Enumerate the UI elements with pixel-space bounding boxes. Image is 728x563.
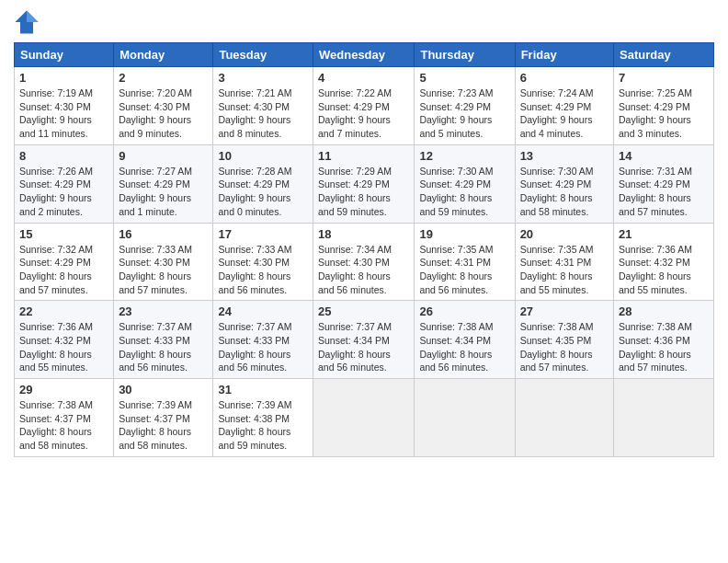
day-number: 3 [218,71,308,85]
day-info: Sunrise: 7:38 AMSunset: 4:34 PMDaylight:… [419,320,509,374]
day-info: Sunrise: 7:29 AMSunset: 4:29 PMDaylight:… [318,165,409,219]
day-number: 14 [619,149,709,163]
day-number: 23 [119,304,208,318]
calendar-day-cell: 24Sunrise: 7:37 AMSunset: 4:33 PMDayligh… [213,301,313,379]
calendar-body: 1Sunrise: 7:19 AMSunset: 4:30 PMDaylight… [15,67,714,457]
day-number: 1 [19,71,108,85]
calendar-day-cell: 21Sunrise: 7:36 AMSunset: 4:32 PMDayligh… [614,223,714,301]
calendar-day-cell: 12Sunrise: 7:30 AMSunset: 4:29 PMDayligh… [415,144,515,223]
calendar-week-row: 8Sunrise: 7:26 AMSunset: 4:29 PMDaylight… [15,144,714,223]
day-number: 5 [419,71,509,85]
dow-header: Sunday [15,43,114,67]
day-number: 12 [419,149,509,163]
day-number: 7 [619,71,709,85]
dow-header: Friday [515,43,613,67]
day-info: Sunrise: 7:37 AMSunset: 4:33 PMDaylight:… [119,320,208,374]
day-number: 29 [19,383,108,396]
day-info: Sunrise: 7:28 AMSunset: 4:29 PMDaylight:… [218,165,308,219]
calendar-week-row: 1Sunrise: 7:19 AMSunset: 4:30 PMDaylight… [15,67,714,145]
day-number: 20 [520,227,609,241]
day-info: Sunrise: 7:33 AMSunset: 4:30 PMDaylight:… [218,243,308,297]
day-info: Sunrise: 7:39 AMSunset: 4:38 PMDaylight:… [218,398,308,453]
calendar-day-cell: 31Sunrise: 7:39 AMSunset: 4:38 PMDayligh… [213,379,313,457]
day-number: 10 [218,149,308,163]
page-header [14,9,714,35]
calendar-week-row: 22Sunrise: 7:36 AMSunset: 4:32 PMDayligh… [15,301,714,379]
day-info: Sunrise: 7:38 AMSunset: 4:35 PMDaylight:… [520,320,609,374]
calendar-day-cell: 19Sunrise: 7:35 AMSunset: 4:31 PMDayligh… [415,223,515,301]
dow-header: Wednesday [313,43,415,67]
day-info: Sunrise: 7:38 AMSunset: 4:37 PMDaylight:… [19,398,108,453]
day-info: Sunrise: 7:26 AMSunset: 4:29 PMDaylight:… [19,165,108,219]
day-info: Sunrise: 7:30 AMSunset: 4:29 PMDaylight:… [419,165,509,219]
calendar-day-cell: 7Sunrise: 7:25 AMSunset: 4:29 PMDaylight… [614,67,714,145]
day-number: 6 [520,71,609,85]
day-number: 25 [318,304,409,318]
calendar-day-cell [415,379,515,457]
calendar-day-cell [614,379,714,457]
calendar-day-cell: 16Sunrise: 7:33 AMSunset: 4:30 PMDayligh… [114,223,213,301]
day-info: Sunrise: 7:37 AMSunset: 4:33 PMDaylight:… [218,320,308,374]
calendar-day-cell: 1Sunrise: 7:19 AMSunset: 4:30 PMDaylight… [15,67,114,145]
day-number: 19 [419,227,509,241]
calendar-week-row: 29Sunrise: 7:38 AMSunset: 4:37 PMDayligh… [15,379,714,457]
day-number: 30 [119,383,208,396]
day-info: Sunrise: 7:32 AMSunset: 4:29 PMDaylight:… [19,243,108,297]
day-info: Sunrise: 7:22 AMSunset: 4:29 PMDaylight:… [318,86,409,141]
day-number: 28 [619,304,709,318]
day-info: Sunrise: 7:27 AMSunset: 4:29 PMDaylight:… [119,165,208,219]
day-info: Sunrise: 7:35 AMSunset: 4:31 PMDaylight:… [419,243,509,297]
calendar-day-cell: 28Sunrise: 7:38 AMSunset: 4:36 PMDayligh… [614,301,714,379]
dow-header: Thursday [415,43,515,67]
dow-header: Monday [114,43,213,67]
calendar-day-cell: 8Sunrise: 7:26 AMSunset: 4:29 PMDaylight… [15,144,114,223]
calendar-day-cell: 10Sunrise: 7:28 AMSunset: 4:29 PMDayligh… [213,144,313,223]
day-info: Sunrise: 7:39 AMSunset: 4:37 PMDaylight:… [119,398,208,453]
calendar-day-cell: 23Sunrise: 7:37 AMSunset: 4:33 PMDayligh… [114,301,213,379]
day-info: Sunrise: 7:19 AMSunset: 4:30 PMDaylight:… [19,86,108,141]
calendar-day-cell: 18Sunrise: 7:34 AMSunset: 4:30 PMDayligh… [313,223,415,301]
calendar-day-cell: 6Sunrise: 7:24 AMSunset: 4:29 PMDaylight… [515,67,613,145]
day-number: 15 [19,227,108,241]
logo [14,9,43,35]
day-number: 8 [19,149,108,163]
day-number: 24 [218,304,308,318]
day-number: 13 [520,149,609,163]
calendar-day-cell: 3Sunrise: 7:21 AMSunset: 4:30 PMDaylight… [213,67,313,145]
calendar-day-cell: 29Sunrise: 7:38 AMSunset: 4:37 PMDayligh… [15,379,114,457]
day-number: 22 [19,304,108,318]
dow-header: Tuesday [213,43,313,67]
calendar-day-cell: 20Sunrise: 7:35 AMSunset: 4:31 PMDayligh… [515,223,613,301]
day-number: 2 [119,71,208,85]
calendar-day-cell: 30Sunrise: 7:39 AMSunset: 4:37 PMDayligh… [114,379,213,457]
day-info: Sunrise: 7:21 AMSunset: 4:30 PMDaylight:… [218,86,308,141]
logo-icon [14,9,40,35]
day-of-week-row: SundayMondayTuesdayWednesdayThursdayFrid… [15,43,714,67]
day-info: Sunrise: 7:35 AMSunset: 4:31 PMDaylight:… [520,243,609,297]
day-info: Sunrise: 7:20 AMSunset: 4:30 PMDaylight:… [119,86,208,141]
calendar-day-cell: 15Sunrise: 7:32 AMSunset: 4:29 PMDayligh… [15,223,114,301]
day-info: Sunrise: 7:38 AMSunset: 4:36 PMDaylight:… [619,320,709,374]
day-number: 17 [218,227,308,241]
day-info: Sunrise: 7:33 AMSunset: 4:30 PMDaylight:… [119,243,208,297]
day-info: Sunrise: 7:36 AMSunset: 4:32 PMDaylight:… [19,320,108,374]
day-number: 9 [119,149,208,163]
day-info: Sunrise: 7:30 AMSunset: 4:29 PMDaylight:… [520,165,609,219]
calendar-day-cell: 26Sunrise: 7:38 AMSunset: 4:34 PMDayligh… [415,301,515,379]
calendar-day-cell: 17Sunrise: 7:33 AMSunset: 4:30 PMDayligh… [213,223,313,301]
calendar-day-cell: 5Sunrise: 7:23 AMSunset: 4:29 PMDaylight… [415,67,515,145]
day-number: 31 [218,383,308,396]
day-info: Sunrise: 7:25 AMSunset: 4:29 PMDaylight:… [619,86,709,141]
day-number: 26 [419,304,509,318]
calendar-table: SundayMondayTuesdayWednesdayThursdayFrid… [14,42,714,457]
calendar-day-cell: 11Sunrise: 7:29 AMSunset: 4:29 PMDayligh… [313,144,415,223]
day-number: 16 [119,227,208,241]
day-number: 18 [318,227,409,241]
calendar-day-cell: 25Sunrise: 7:37 AMSunset: 4:34 PMDayligh… [313,301,415,379]
day-number: 21 [619,227,709,241]
day-info: Sunrise: 7:23 AMSunset: 4:29 PMDaylight:… [419,86,509,141]
svg-marker-1 [27,10,39,22]
calendar-day-cell: 2Sunrise: 7:20 AMSunset: 4:30 PMDaylight… [114,67,213,145]
calendar-week-row: 15Sunrise: 7:32 AMSunset: 4:29 PMDayligh… [15,223,714,301]
calendar-day-cell: 27Sunrise: 7:38 AMSunset: 4:35 PMDayligh… [515,301,613,379]
